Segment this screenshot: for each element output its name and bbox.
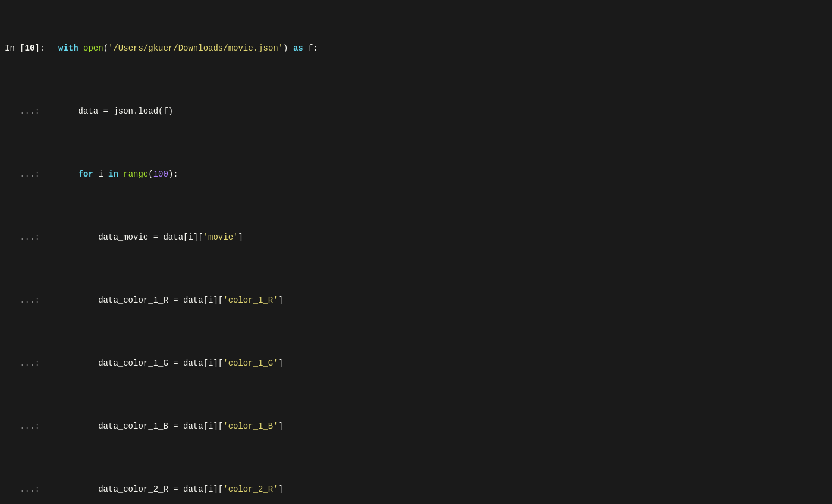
code-line-4: ...: data_movie = data[i]['movie'] xyxy=(0,231,832,244)
code-line-7: ...: data_color_1_B = data[i]['color_1_B… xyxy=(0,420,832,433)
prompt-cont-5: ...: xyxy=(5,294,58,307)
code-editor: In [10]: with open('/Users/gkuer/Downloa… xyxy=(0,0,832,504)
prompt-cont-3: ...: xyxy=(5,168,58,181)
line-content-4: data_movie = data[i]['movie'] xyxy=(58,231,827,244)
prompt-cont-4: ...: xyxy=(5,231,58,244)
line-content-8: data_color_2_R = data[i]['color_2_R'] xyxy=(58,483,827,496)
code-line-3: ...: for i in range(100): xyxy=(0,168,832,181)
line-content-2: data = json.load(f) xyxy=(58,105,827,118)
line-content-6: data_color_1_G = data[i]['color_1_G'] xyxy=(58,357,827,370)
line-content-7: data_color_1_B = data[i]['color_1_B'] xyxy=(58,420,827,433)
line-content-1: with open('/Users/gkuer/Downloads/movie.… xyxy=(58,42,827,55)
prompt-cont-8: ...: xyxy=(5,483,58,496)
prompt-cont-2: ...: xyxy=(5,105,58,118)
code-line-8: ...: data_color_2_R = data[i]['color_2_R… xyxy=(0,483,832,496)
prompt-in: In [10]: xyxy=(5,42,58,55)
code-line-6: ...: data_color_1_G = data[i]['color_1_G… xyxy=(0,357,832,370)
line-content-5: data_color_1_R = data[i]['color_1_R'] xyxy=(58,294,827,307)
prompt-cont-7: ...: xyxy=(5,420,58,433)
code-line-5: ...: data_color_1_R = data[i]['color_1_R… xyxy=(0,294,832,307)
code-line-1: In [10]: with open('/Users/gkuer/Downloa… xyxy=(0,42,832,55)
prompt-cont-6: ...: xyxy=(5,357,58,370)
line-content-3: for i in range(100): xyxy=(58,168,827,181)
code-line-2: ...: data = json.load(f) xyxy=(0,105,832,118)
